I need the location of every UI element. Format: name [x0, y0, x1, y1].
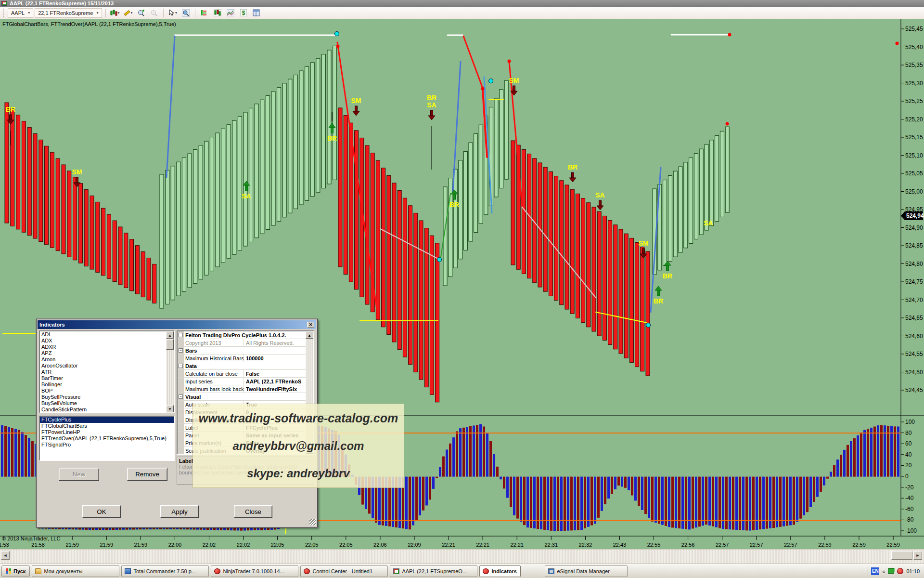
draw-tool-button[interactable]: ▾ — [122, 8, 134, 18]
window-titlebar[interactable]: AAPL (22,1 FTRenkoSupreme) 15/11/2013 — [0, 0, 924, 7]
taskbar-item-label: Total Commander 7.50 p... — [133, 568, 196, 574]
list-item[interactable]: CandleStickPattern — [40, 407, 174, 413]
list-item[interactable]: BuySellPressure — [40, 394, 174, 400]
property-value[interactable]: TwoHundredFiftySix — [244, 385, 313, 393]
taskbar-item[interactable]: Мои документы — [32, 565, 119, 577]
selected-indicators-list[interactable]: FTCyclePlusFTGlobalChartBarsFTPowerLineH… — [39, 416, 175, 461]
price-tick-label: 524,75 — [905, 278, 923, 285]
signal-dot-cyan — [335, 32, 339, 36]
toolbar-grip[interactable] — [3, 9, 4, 17]
close-button[interactable]: Close — [234, 505, 272, 518]
property-value[interactable]: 100000 — [244, 355, 313, 362]
list-item[interactable]: BOP — [40, 388, 174, 394]
shield-icon[interactable] — [897, 568, 903, 574]
oscillator-bar — [631, 477, 633, 496]
list-item[interactable]: AroonOscillator — [40, 363, 174, 369]
apply-button[interactable]: Apply — [160, 505, 199, 518]
oscillator-bar — [799, 477, 802, 519]
chart-trader-button[interactable] — [199, 8, 210, 18]
list-item[interactable]: ATR — [40, 369, 174, 375]
cursor-tool-button[interactable]: ▾ — [167, 8, 179, 18]
resize-grip[interactable] — [309, 519, 316, 525]
line-chart-button[interactable] — [225, 8, 236, 18]
taskbar-item[interactable]: Total Commander 7.50 p... — [121, 565, 209, 577]
taskbar-item[interactable]: NinjaTrader 7.0.1000.14... — [211, 565, 298, 577]
taskbar-item[interactable]: Control Center - Untitled1 — [300, 565, 388, 577]
scroll-up-icon[interactable]: ▲ — [166, 331, 174, 339]
dollar-button[interactable]: $ — [238, 8, 249, 18]
property-row[interactable]: −Data — [178, 362, 313, 370]
list-item[interactable]: FTSignalPro — [40, 442, 174, 448]
row-margin: − — [178, 393, 184, 400]
collapse-icon[interactable]: − — [179, 333, 183, 337]
collapse-icon[interactable]: − — [179, 348, 183, 353]
property-row[interactable]: −Bars — [178, 347, 313, 355]
oscillator-bar — [564, 477, 566, 531]
renko-bar-up — [459, 160, 462, 259]
scroll-right-icon[interactable]: ► — [913, 551, 922, 560]
last-price-label: 524,94 — [906, 212, 924, 219]
renko-bar-down — [549, 171, 552, 296]
list-item[interactable]: BarTimer — [40, 375, 174, 381]
oscillator-bar — [742, 477, 744, 530]
property-value[interactable]: False — [244, 370, 313, 377]
start-button[interactable]: Пуск — [1, 565, 30, 577]
scroll-thumb[interactable] — [166, 339, 174, 350]
zoom-in-button[interactable] — [135, 8, 147, 18]
up-arrow-icon — [453, 194, 456, 199]
oscillator-bar — [570, 477, 573, 531]
list-item[interactable]: ADX — [40, 338, 174, 344]
property-row[interactable]: Maximum bars look backTwoHundredFiftySix — [178, 385, 313, 393]
collapse-icon[interactable]: − — [179, 364, 183, 368]
property-row[interactable]: −Visual — [178, 393, 313, 401]
candles-panel-button[interactable] — [212, 8, 223, 18]
taskbar-item[interactable]: Indicators — [479, 565, 521, 577]
taskbar-item[interactable]: AAPL (22,1 FTSupremeO... — [390, 565, 477, 577]
list-item[interactable]: FTPowerLineHP — [40, 429, 174, 435]
dialog-titlebar[interactable]: Indicators ✕ — [38, 320, 316, 329]
oscillator-bar — [537, 477, 539, 529]
available-indicators-list[interactable]: ▲ ▼ ADLADXADXRAPZAroonAroonOscillatorATR… — [39, 330, 175, 413]
scroll-thumb[interactable] — [891, 551, 912, 560]
list-item[interactable]: BuySellVolume — [40, 400, 174, 407]
list-item[interactable]: APZ — [40, 350, 174, 356]
oscillator-bar — [449, 444, 451, 477]
chart-style-button[interactable]: ▾ — [109, 8, 121, 18]
symbol-dropdown[interactable]: AAPL ▾ — [8, 8, 33, 18]
magnifier-button[interactable] — [180, 8, 192, 18]
list-item[interactable]: ADXR — [40, 344, 174, 350]
property-row[interactable]: Calculate on bar closeFalse — [178, 370, 313, 378]
scroll-down-icon[interactable]: ▼ — [166, 405, 174, 412]
ok-button[interactable]: OK — [82, 505, 121, 518]
time-tick-label: 22:05 — [271, 542, 284, 548]
list-item[interactable]: FTTrendOver(AAPL (22,1 FTRenkoSupreme),5… — [40, 435, 174, 442]
scroll-left-icon[interactable]: ◄ — [1, 551, 10, 560]
oscillator-bar — [503, 477, 505, 489]
remove-button[interactable]: Remove — [127, 468, 167, 481]
horizontal-scrollbar[interactable]: ◄ ► — [0, 549, 924, 564]
property-row[interactable]: Maximum Historical Bars100000 — [178, 355, 313, 362]
property-row[interactable]: Input seriesAAPL (22,1 FTRenkoS — [178, 378, 313, 385]
interval-dropdown[interactable]: 22,1 FTRenkoSupreme ▾ — [35, 8, 102, 18]
property-value[interactable]: AAPL (22,1 FTRenkoS — [244, 378, 313, 385]
data-grid-button[interactable] — [251, 8, 262, 18]
property-row[interactable]: −Felton Trading DivPro CyclePlus 1.0.4.2… — [178, 331, 313, 339]
list-item[interactable]: Bollinger — [40, 381, 174, 388]
list-item[interactable]: FTCyclePlus — [40, 417, 174, 423]
property-value[interactable]: All Rights Reserved. — [244, 339, 313, 346]
close-icon[interactable]: ✕ — [307, 322, 314, 328]
collapse-icon[interactable]: − — [179, 394, 183, 399]
language-indicator[interactable]: EN — [871, 567, 879, 575]
taskbar-item[interactable]: eSignal Data Manager — [545, 565, 628, 577]
list-item[interactable]: Aroon — [40, 356, 174, 363]
oscillator-bar — [456, 431, 458, 476]
network-icon[interactable] — [888, 568, 894, 574]
renko-bar-down — [16, 115, 20, 229]
scroll-up-icon[interactable]: ▲ — [306, 331, 313, 339]
list-scrollbar[interactable]: ▲ ▼ — [166, 331, 174, 412]
signal-dot-cyan — [437, 258, 442, 262]
list-item[interactable]: ADL — [40, 331, 174, 338]
tray-collapse-icon[interactable]: « — [882, 568, 885, 574]
list-item[interactable]: FTGlobalChartBars — [40, 423, 174, 429]
property-row[interactable]: Copyright 2013All Rights Reserved. — [178, 339, 313, 347]
